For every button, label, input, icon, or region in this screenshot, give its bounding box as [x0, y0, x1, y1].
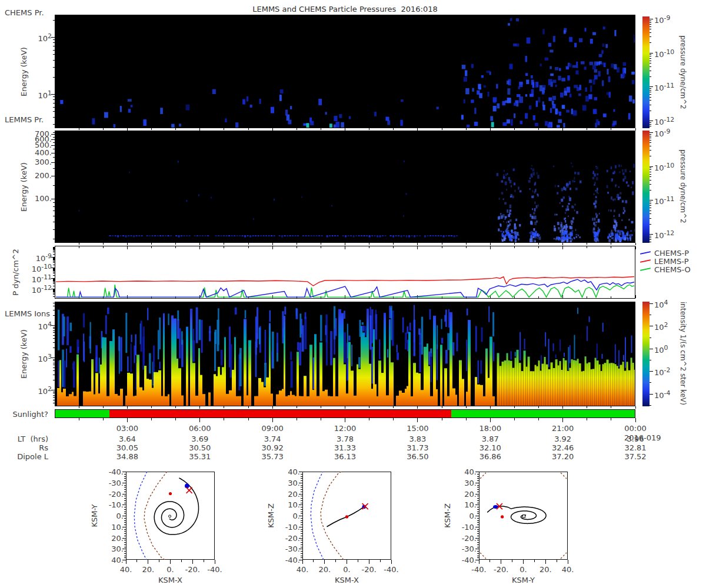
y-tick [53, 229, 55, 230]
orbit-y-tick [124, 553, 126, 554]
y-tick [53, 279, 55, 280]
orbit-x-tick [215, 560, 215, 564]
x-tick [151, 406, 152, 408]
y-tick-label: 101 [38, 89, 52, 100]
cb-tick [650, 303, 653, 304]
cb-tick-label: 104 [654, 299, 668, 309]
cb-tick-label: 100 [654, 344, 668, 355]
y-tick [53, 222, 55, 222]
cb-tick [650, 205, 651, 206]
y-tick [53, 258, 55, 259]
cb-tick [650, 126, 651, 126]
orbit-y-axis-label: KSM-Y [90, 504, 99, 527]
orbit-y-tick [301, 496, 302, 496]
y-tick [53, 46, 55, 46]
orbit-y-tick [124, 509, 126, 510]
orbit-y-tick [477, 547, 479, 547]
orbit-x-tick [181, 560, 182, 562]
orbit-y-tick [301, 492, 302, 492]
cb-tick [650, 121, 653, 121]
y-tick [53, 293, 55, 293]
cb-tick [650, 26, 651, 27]
cb-tick [650, 122, 651, 123]
x-tick [514, 406, 515, 408]
cb-tick [650, 146, 651, 146]
x-tick [635, 243, 636, 245]
cb-tick [650, 200, 653, 201]
y-tick [53, 280, 55, 280]
orbit-y-tick [124, 531, 126, 532]
cb-tick [650, 180, 651, 181]
cb-tick [650, 224, 651, 225]
y-tick [53, 290, 55, 291]
y-tick [53, 258, 55, 258]
lemms-spectrogram-canvas [55, 131, 635, 242]
orbit-y-tick-label: 0. [116, 512, 124, 520]
orbit-y-tick [301, 536, 302, 536]
axis-row-value: 30.50 [182, 443, 218, 452]
orbit-y-tick [477, 478, 479, 479]
cb-tick [650, 29, 651, 29]
y-tick-label: 102 [38, 385, 52, 396]
sunlight-segment-lit [55, 410, 109, 417]
x-tick [248, 406, 249, 408]
x-tick [393, 418, 394, 420]
orbit-y-tick [124, 476, 126, 477]
cb-tick [650, 236, 651, 236]
y-tick [53, 254, 55, 255]
orbit-y-tick-label: -10. [109, 500, 124, 509]
y-tick [53, 292, 55, 292]
y-tick [53, 103, 55, 103]
y-tick [53, 269, 55, 269]
orbit-y-tick [477, 496, 479, 496]
orbit-y-tick-label: 40. [464, 467, 477, 476]
orbit-y-tick-label: 20. [288, 490, 300, 499]
axis-row-value: 32.10 [472, 443, 508, 452]
orbit-y-tick [301, 544, 302, 545]
y-tick [53, 275, 55, 276]
x-tick [442, 128, 442, 130]
x-tick [103, 406, 104, 408]
y-tick [53, 42, 55, 43]
cb-tick [650, 176, 651, 177]
y-tick [53, 290, 55, 290]
time-tick-label: 09:00 [255, 424, 290, 433]
series-LEMMS-P [56, 277, 634, 286]
orbit-y-tick [477, 492, 479, 492]
cb-tick [650, 21, 651, 21]
orbit-y-tick [301, 557, 302, 558]
x-tick [611, 243, 611, 245]
legend-label-chems-o: CHEMS-O [654, 265, 691, 274]
orbit-x-tick [302, 560, 303, 564]
cb-tick [650, 53, 653, 54]
legend-line-chems-o [640, 268, 651, 271]
y-tick [53, 248, 55, 248]
cb-tick [650, 150, 651, 151]
axis-row-value: 31.33 [328, 443, 363, 452]
orbit-x-tick [489, 560, 490, 562]
y-tick [53, 310, 55, 310]
axis-row-value: 35.73 [255, 452, 290, 461]
y-tick [53, 206, 55, 207]
x-tick [345, 243, 345, 245]
y-tick [53, 332, 55, 333]
cb-tick [650, 142, 651, 143]
y-tick [53, 247, 55, 248]
orbit-x-tick [523, 560, 524, 564]
orbit-y-tick-label: -30. [462, 544, 477, 553]
orbit-y-tick [477, 507, 479, 507]
orbit-y-tick-label: -20. [109, 490, 124, 499]
orbit-y-tick-label: 40. [111, 556, 124, 564]
cb-tick [650, 326, 653, 326]
x-tick [297, 418, 297, 420]
x-tick [587, 128, 587, 130]
orbit-curve [480, 553, 486, 559]
cb-tick [650, 97, 651, 98]
cb-tick [650, 349, 653, 349]
orbit-x-tick-label: 40. [553, 565, 582, 574]
orbit-y-tick [124, 533, 126, 534]
orbit-y-tick [124, 524, 126, 525]
legend-label-lemms-p: LEMMS-P [654, 257, 689, 266]
x-tick [248, 243, 249, 245]
orbit-y-tick-label: 20. [464, 490, 477, 499]
